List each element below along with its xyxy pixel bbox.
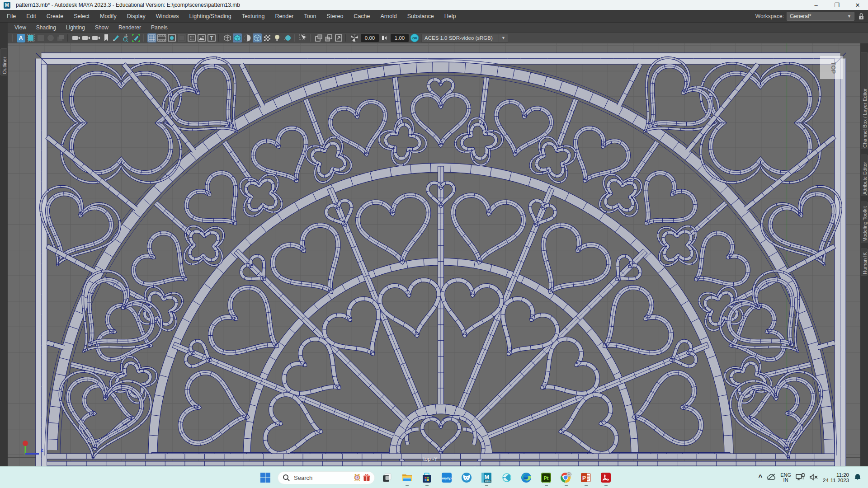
- menu-toon[interactable]: Toon: [300, 13, 320, 19]
- menu-file[interactable]: File: [3, 13, 19, 19]
- tab-human-ik[interactable]: Human IK: [861, 249, 868, 276]
- file-explorer[interactable]: [398, 469, 416, 487]
- chevron-down-icon[interactable]: ▼: [499, 34, 508, 42]
- display-device-icon[interactable]: [796, 473, 805, 483]
- gate-mask-icon[interactable]: [177, 33, 186, 42]
- substance-painter[interactable]: Pt: [537, 469, 555, 487]
- autodesk-maya[interactable]: MMAYA: [477, 469, 495, 487]
- field-chart-icon[interactable]: [187, 33, 196, 42]
- system-tray: ^ ENG IN: [758, 467, 868, 488]
- visual-studio[interactable]: [497, 469, 515, 487]
- color-management-toggle[interactable]: ON: [410, 33, 420, 42]
- language-indicator[interactable]: ENG IN: [780, 473, 791, 483]
- search-box[interactable]: Search: [278, 471, 375, 484]
- lock-icon[interactable]: [858, 13, 864, 20]
- wire-on-shaded-icon[interactable]: [253, 33, 262, 42]
- camera-lock-icon[interactable]: [82, 33, 91, 42]
- panel-menu-panels[interactable]: Panels: [148, 24, 171, 31]
- shadows-icon[interactable]: [283, 33, 292, 42]
- tab-modeling-toolkit[interactable]: Modeling Toolkit: [861, 202, 868, 243]
- menu-cache[interactable]: Cache: [350, 13, 373, 19]
- lighting-bulb-icon[interactable]: [273, 33, 282, 42]
- bookmark-icon[interactable]: [102, 33, 111, 42]
- myhp-app[interactable]: myhp: [438, 469, 456, 487]
- viewcube-top[interactable]: TOP: [820, 56, 843, 79]
- panel-menu-renderer[interactable]: Renderer: [115, 24, 144, 31]
- grid-snap-icon[interactable]: [147, 33, 156, 42]
- wireframe-cube-icon[interactable]: [223, 33, 232, 42]
- acrobat-reader[interactable]: [597, 469, 615, 487]
- tray-chevron-icon[interactable]: ^: [758, 473, 762, 481]
- microsoft-store[interactable]: [418, 469, 436, 487]
- close-button[interactable]: ✕: [847, 0, 868, 10]
- running-indicator: [545, 485, 548, 486]
- panel-menu-bar: ViewShadingLightingShowRendererPanels: [8, 23, 868, 33]
- menu-render[interactable]: Render: [271, 13, 297, 19]
- resolution-gate-icon[interactable]: [167, 33, 176, 42]
- menu-help[interactable]: Help: [441, 13, 460, 19]
- panel-menu-show[interactable]: Show: [92, 24, 112, 31]
- task-view-button[interactable]: [378, 469, 396, 487]
- microsoft-edge[interactable]: [517, 469, 535, 487]
- paint-icon[interactable]: [112, 33, 121, 42]
- menu-stereo[interactable]: Stereo: [323, 13, 347, 19]
- powerpoint[interactable]: P: [577, 469, 595, 487]
- select-object-icon[interactable]: [36, 33, 45, 42]
- volume-muted-icon[interactable]: [809, 474, 818, 482]
- search-placeholder: Search: [294, 474, 312, 481]
- snap-layers-icon[interactable]: [56, 33, 65, 42]
- menu-arnold[interactable]: Arnold: [377, 13, 401, 19]
- textured-sphere-icon[interactable]: [243, 33, 252, 42]
- menu-substance[interactable]: Substance: [404, 13, 438, 19]
- color-space-dropdown[interactable]: ACES 1.0 SDR-video (sRGB): [421, 34, 499, 42]
- exposure-icon[interactable]: [350, 33, 359, 42]
- gamma-field[interactable]: 1.00: [391, 34, 409, 42]
- menu-windows[interactable]: Windows: [152, 13, 183, 19]
- menu-texturing[interactable]: Texturing: [238, 13, 269, 19]
- onedrive-icon[interactable]: [767, 474, 776, 482]
- clock[interactable]: 11:20 24-11-2023: [823, 472, 849, 483]
- menu-edit[interactable]: Edit: [23, 13, 40, 19]
- gamma-icon[interactable]: [380, 33, 389, 42]
- running-indicator: [585, 485, 588, 486]
- google-chrome[interactable]: [557, 469, 575, 487]
- fox-app[interactable]: [458, 469, 476, 487]
- text-hud-icon[interactable]: T: [207, 33, 216, 42]
- select-component-icon[interactable]: [46, 33, 55, 42]
- workspace-dropdown[interactable]: General* ▼: [787, 12, 854, 21]
- tab-attribute-editor[interactable]: Attribute Editor: [861, 155, 868, 196]
- outliner-tab[interactable]: Outliner: [0, 48, 7, 75]
- menu-display[interactable]: Display: [123, 13, 149, 19]
- film-gate-icon[interactable]: [157, 33, 166, 42]
- svg-text:MAYA: MAYA: [485, 480, 491, 483]
- shaded-cube-icon[interactable]: [233, 33, 242, 42]
- camera-prev-icon[interactable]: [72, 33, 81, 42]
- marquee-select-icon[interactable]: [26, 33, 35, 42]
- panel-menu-shading[interactable]: Shading: [33, 24, 59, 31]
- xray-joints-icon[interactable]: [324, 33, 333, 42]
- panel-menu-view[interactable]: View: [11, 24, 29, 31]
- menu-modify[interactable]: Modify: [96, 13, 120, 19]
- start-button[interactable]: [256, 469, 274, 487]
- menu-lighting-shading[interactable]: Lighting/Shading: [186, 13, 235, 19]
- pencil-bracket-icon[interactable]: [132, 33, 141, 42]
- notification-bell-icon[interactable]: [854, 473, 862, 483]
- minimize-button[interactable]: –: [806, 0, 826, 10]
- menu-create[interactable]: Create: [43, 13, 67, 19]
- select-mask-icon[interactable]: A: [16, 33, 25, 42]
- checker-icon[interactable]: [263, 33, 272, 42]
- maya-viewport[interactable]: TOPtop -Yz: [0, 0, 868, 488]
- search-highlight-clock-icon: [353, 474, 361, 482]
- exposure-field[interactable]: 0.00: [361, 34, 379, 42]
- xray-icon[interactable]: [314, 33, 323, 42]
- panel-menu-lighting[interactable]: Lighting: [63, 24, 88, 31]
- tab-channel-box-layer-editor[interactable]: Channel Box / Layer Editor: [861, 52, 868, 149]
- maximize-button[interactable]: ❐: [826, 0, 847, 10]
- view-label: top -Y: [423, 456, 438, 462]
- menu-select[interactable]: Select: [70, 13, 93, 19]
- zoom-move-icon[interactable]: [122, 33, 131, 42]
- camera-gear-icon[interactable]: [92, 33, 101, 42]
- image-plane-icon[interactable]: [197, 33, 206, 42]
- plugin-shapes-icon[interactable]: [334, 33, 343, 42]
- isolate-select-icon[interactable]: [298, 33, 307, 42]
